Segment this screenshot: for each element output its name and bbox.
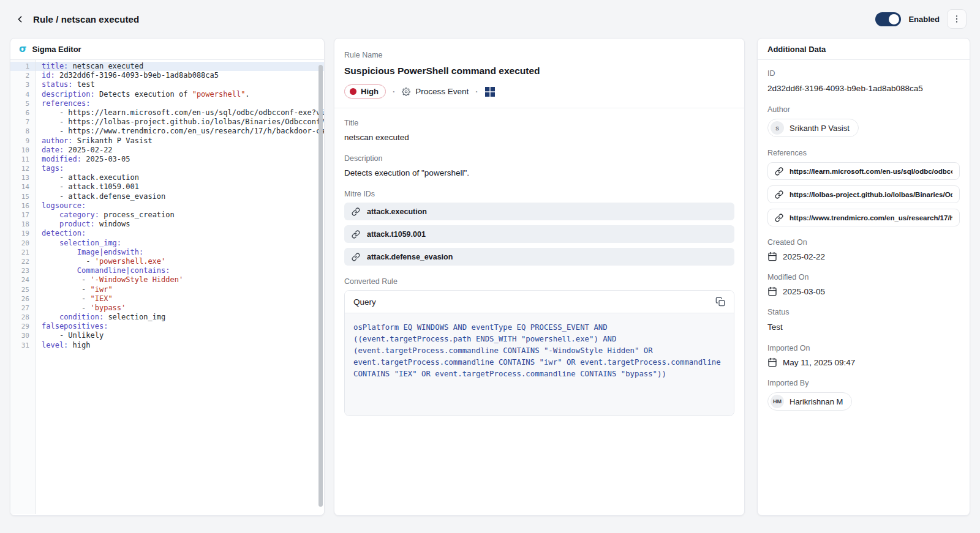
line-number: 6 (10, 108, 35, 117)
line-number: 17 (10, 211, 35, 220)
created-on-value: 2025-02-22 (783, 252, 825, 261)
mitre-ids-label: Mitre IDs (344, 190, 734, 198)
title-label: Title (344, 119, 734, 127)
code-line[interactable]: - Unlikely (36, 331, 324, 340)
code-line[interactable]: author: Srikanth P Vasist (36, 136, 324, 146)
code-line[interactable]: tags: (36, 164, 324, 173)
code-line[interactable]: - '-WindowStyle Hidden' (36, 275, 324, 285)
code-line[interactable]: falsepositives: (36, 322, 324, 331)
imported-by-label: Imported By (767, 379, 960, 387)
code-editor[interactable]: 1234567891011121314151617181920212223242… (10, 60, 324, 514)
editor-scrollbar[interactable] (318, 65, 323, 507)
code-line[interactable]: logsource: (36, 201, 324, 211)
event-type: Process Event (402, 87, 469, 96)
chevron-left-icon (15, 14, 25, 24)
references-group: References https://learn.microsoft.com/e… (767, 149, 960, 226)
editor-gutter: 1234567891011121314151617181920212223242… (10, 60, 36, 514)
copy-query-button[interactable] (715, 297, 725, 307)
editor-code[interactable]: title: netscan executedid: 2d32dd6f-3196… (36, 60, 324, 514)
author-label: Author (767, 105, 960, 114)
code-line[interactable]: - https://learn.microsoft.com/en-us/sql/… (36, 108, 324, 117)
author-group: Author s Srikanth P Vasist (767, 105, 960, 137)
query-text: osPlatform EQ WINDOWS AND eventType EQ P… (345, 313, 734, 416)
link-icon (775, 190, 783, 199)
imported-on-label: Imported On (767, 344, 960, 352)
sigma-icon: σ (19, 44, 26, 54)
modified-on-value: 2025-03-05 (783, 287, 825, 296)
code-line[interactable]: - https://www.trendmicro.com/en_us/resea… (36, 127, 324, 136)
code-line[interactable]: Image|endswith: (36, 248, 324, 257)
code-line[interactable]: description: Detects execution of "power… (36, 90, 324, 99)
mitre-id-label: attack.execution (367, 207, 427, 216)
mitre-id-label: attack.t1059.001 (367, 230, 426, 239)
code-line[interactable]: - 'bypass' (36, 304, 324, 313)
severity-dot-icon (350, 88, 356, 95)
calendar-icon (767, 252, 777, 261)
reference-link[interactable]: https://learn.microsoft.com/en-us/sql/od… (767, 162, 960, 180)
rule-badges: High · Process Event · (344, 84, 734, 99)
code-line[interactable]: references: (36, 99, 324, 108)
code-line[interactable]: - "iwr" (36, 285, 324, 294)
title-value: netscan executed (344, 133, 409, 142)
code-line[interactable]: - https://lolbas-project.github.io/lolba… (36, 117, 324, 127)
author-avatar: s (771, 121, 784, 135)
mitre-id-row[interactable]: attack.defense_evasion (344, 248, 734, 266)
sigma-editor-header: σ Sigma Editor (10, 39, 324, 60)
mitre-field: Mitre IDs attack.execution attack.t1059.… (344, 190, 734, 266)
code-line[interactable]: level: high (36, 341, 324, 350)
imported-on-group: Imported On May 11, 2025 09:47 (767, 344, 960, 367)
event-type-label: Process Event (415, 87, 469, 96)
id-label: ID (767, 69, 960, 78)
line-number: 20 (10, 239, 35, 248)
code-line[interactable]: - 'powershell.exe' (36, 257, 324, 266)
toggle-knob (889, 14, 899, 24)
code-line[interactable]: selection_img: (36, 239, 324, 248)
line-number: 12 (10, 164, 35, 173)
enabled-toggle[interactable] (875, 12, 901, 26)
line-number: 10 (10, 146, 35, 155)
code-line[interactable]: Commandline|contains: (36, 266, 324, 275)
reference-url: https://lolbas-project.github.io/lolbas/… (790, 191, 952, 198)
line-number: 21 (10, 248, 35, 257)
code-line[interactable]: - attack.t1059.001 (36, 182, 324, 192)
code-line[interactable]: title: netscan executed (36, 62, 324, 71)
modified-on-group: Modified On 2025-03-05 (767, 273, 960, 296)
code-line[interactable]: date: 2025-02-22 (36, 146, 324, 155)
toggle-label: Enabled (908, 15, 940, 24)
imported-on-value: May 11, 2025 09:47 (783, 358, 855, 367)
line-number: 2 (10, 71, 35, 80)
code-line[interactable]: detection: (36, 229, 324, 238)
line-number: 29 (10, 322, 35, 331)
line-number: 28 (10, 313, 35, 322)
converted-rule-field: Converted Rule Query osPlatform EQ WINDO… (344, 277, 734, 416)
line-number: 7 (10, 117, 35, 127)
mitre-id-row[interactable]: attack.execution (344, 203, 734, 220)
code-line[interactable]: modified: 2025-03-05 (36, 155, 324, 164)
code-line[interactable]: category: process_creation (36, 211, 324, 220)
description-value: Detects execution of "powershell". (344, 168, 469, 177)
code-line[interactable]: - attack.execution (36, 173, 324, 182)
imported-by-chip: HM Harikrishnan M (767, 392, 852, 411)
severity-label: High (361, 87, 379, 96)
code-line[interactable]: status: test (36, 80, 324, 89)
reference-url: https://learn.microsoft.com/en-us/sql/od… (790, 168, 952, 175)
code-line[interactable]: - "IEX" (36, 294, 324, 304)
code-line[interactable]: product: windows (36, 220, 324, 229)
top-bar: Rule / netscan executed Enabled (0, 0, 980, 38)
reference-link[interactable]: https://lolbas-project.github.io/lolbas/… (767, 185, 960, 203)
line-number: 30 (10, 331, 35, 340)
mitre-id-row[interactable]: attack.t1059.001 (344, 225, 734, 243)
back-button[interactable] (12, 12, 27, 26)
kebab-menu-icon (952, 14, 962, 24)
query-card: Query osPlatform EQ WINDOWS AND eventTyp… (344, 290, 734, 416)
code-line[interactable]: condition: selection_img (36, 313, 324, 322)
description-field: Description Detects execution of "powers… (344, 154, 734, 178)
calendar-icon (767, 286, 777, 296)
reference-link[interactable]: https://www.trendmicro.com/en_us/researc… (767, 209, 960, 226)
code-line[interactable]: id: 2d32dd6f-3196-4093-b9eb-1ad8ab088ca5 (36, 71, 324, 80)
code-line[interactable]: - attack.defense_evasion (36, 192, 324, 201)
more-options-button[interactable] (947, 9, 967, 29)
created-on-label: Created On (767, 238, 960, 247)
status-label: Status (767, 308, 960, 316)
id-value: 2d32dd6f-3196-4093-b9eb-1ad8ab088ca5 (767, 84, 923, 93)
